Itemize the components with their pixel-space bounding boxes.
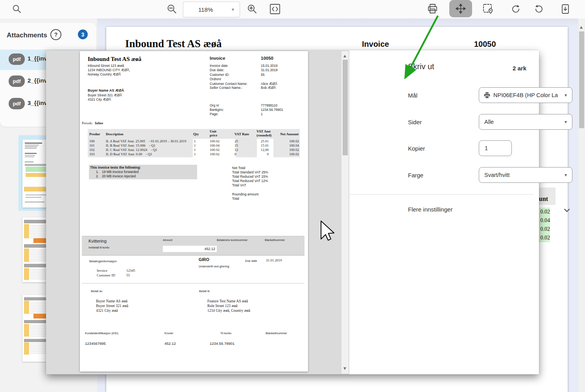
zoom-in-icon[interactable]	[245, 2, 260, 17]
org-label: Bankgiro:	[210, 108, 224, 112]
line-header: Net Amount	[277, 132, 299, 136]
rotate-clockwise-icon[interactable]	[508, 2, 523, 17]
destination-select[interactable]: NPI06EF4B (HP Color La ▾	[479, 87, 572, 103]
document-invoice-number: 10050	[474, 40, 496, 49]
paid-by-line: 4321 City æøå	[96, 308, 118, 313]
pages-select[interactable]: Alle ▾	[479, 114, 572, 130]
attachments-title: Attachments	[7, 31, 47, 39]
net-amount-header-fragment: unt	[539, 188, 555, 205]
destination-value: NPI06EF4B (HP Color La	[493, 92, 558, 98]
pages-label: Sider	[408, 119, 422, 125]
supplier-address: 1234 INBOUND CITY ÆØÅ,	[88, 68, 130, 72]
tests-item-number: 2.	[96, 174, 99, 178]
paid-to-label: Betalt til	[199, 289, 210, 293]
sheet-count: 2 ark	[513, 65, 526, 72]
invoice-line-row: 101IL B Real VAT Amt: 15.006 - Q11100.04…	[80, 144, 308, 148]
buyer-address: Buyer Street 321 ÆØÅ	[88, 93, 122, 98]
printer-icon	[484, 92, 491, 99]
pdf-badge: pdf	[9, 75, 25, 87]
more-settings-toggle[interactable]: Flere innstillinger	[408, 206, 452, 213]
payment-info-label: Betalingsinformasjon	[89, 259, 117, 263]
preview-scrollbar-thumb[interactable]	[343, 60, 348, 155]
dialog-title: Skriv ut	[408, 62, 434, 71]
line-header: Description	[106, 132, 124, 136]
due-date-label: Due date	[245, 259, 257, 263]
divider	[82, 283, 304, 283]
color-select[interactable]: Svart/hvitt ▾	[479, 167, 572, 183]
save-document-icon[interactable]	[558, 2, 573, 17]
print-dialog: Inbound Test AS æøå Inbound Street 123 æ…	[46, 50, 539, 374]
periods-value: Inline	[95, 121, 103, 125]
net-amount-cell: 0.02	[539, 234, 550, 242]
copies-input[interactable]	[479, 140, 512, 156]
giro-customer-value: 55	[126, 273, 130, 277]
search-icon[interactable]	[9, 2, 24, 17]
line-header: Unit price	[210, 129, 223, 137]
main-scrollbar[interactable]: ▲	[578, 18, 585, 392]
zoom-level-value: 118%	[198, 6, 213, 13]
pdf-badge: pdf	[9, 98, 25, 109]
invoice-number: 10050	[261, 56, 273, 61]
amount-label: Amount	[163, 239, 172, 241]
caret-down-icon: ▾	[565, 92, 567, 98]
org-label: Page:	[210, 112, 218, 116]
invoice-line-row: 103IL D Real VAT Amt: 0.00 - Q11100.0200…	[80, 152, 308, 156]
form-number-label: Blankettnummer	[265, 239, 285, 241]
copies-label: Kopier	[408, 145, 425, 152]
zoom-level-select[interactable]: 118% ▾	[183, 2, 240, 17]
org-label: Org nr	[210, 103, 219, 107]
scroll-up-icon[interactable]: ▲	[580, 26, 583, 29]
paid-to-line: Feature Test Name AS æøå	[207, 299, 248, 304]
preview-scrollbar[interactable]: ▲ ▼	[341, 51, 349, 374]
receipt-subtitle: Innbetalt til konto	[89, 246, 109, 249]
chevron-down-icon[interactable]	[564, 207, 570, 214]
kid-label: Kundeidentifikasjon (KID)	[85, 331, 118, 335]
net-amount-cell: 0.02	[539, 208, 550, 216]
meta-value: 55	[261, 73, 264, 77]
caret-down-icon: ▾	[565, 119, 567, 125]
invoice-line-row: 100IL A Real VAT Amt: 25.005 - 01.01.201…	[80, 139, 308, 144]
giro-invoice-value: 12345	[126, 269, 135, 272]
fit-width-icon[interactable]	[268, 2, 282, 17]
giro-invoice-label: Invoice	[97, 269, 107, 272]
paid-to-line: Rule Street 123 æøå	[207, 304, 238, 308]
line-header: Qty	[193, 132, 199, 136]
attachments-count-badge: 3	[78, 29, 88, 39]
paid-to-line: 1234 City æøå, Country æøå	[207, 308, 250, 313]
paid-by-line: Buyer Street 321 æøå	[96, 304, 128, 308]
help-icon[interactable]: ?	[50, 29, 61, 40]
move-tool-button[interactable]	[449, 0, 472, 17]
select-region-icon[interactable]	[481, 2, 496, 17]
signature-label: Underskrift ved girering	[199, 265, 229, 268]
document-title: Inbound Test AS æøå	[125, 38, 221, 50]
periods-label: Periods:	[82, 121, 93, 125]
zoom-out-icon[interactable]	[164, 2, 179, 17]
caret-down-icon: ▾	[232, 7, 234, 12]
paid-by-line: Buyer Name AS æøå	[96, 299, 127, 304]
total-label: Total Reduced VAT 15%	[232, 175, 268, 179]
net-amount-cell: 0.02	[539, 225, 550, 234]
meta-value: Alice ÆØÅ	[261, 82, 277, 86]
form-number-label: Blankettnummer	[266, 331, 287, 335]
attachment-label: 3_{{inv	[28, 99, 47, 106]
move-icon	[456, 4, 466, 14]
tests-item-text: 19 MB invoice forwarded	[102, 170, 139, 174]
document-invoice-label: Invoice	[362, 40, 389, 49]
print-preview-page: Inbound Test AS æøå Inbound Street 123 æ…	[80, 51, 308, 372]
account-label: Til konto	[220, 331, 231, 335]
rotate-counterclockwise-icon[interactable]	[531, 2, 546, 17]
destination-label: Mål	[408, 92, 417, 99]
print-icon[interactable]	[425, 2, 440, 17]
color-label: Farge	[408, 172, 423, 179]
account-value: 1234.56.78901	[210, 341, 234, 346]
kroner-label: Kroner	[164, 331, 173, 335]
total-label: Net Total	[232, 166, 245, 170]
scroll-down-icon[interactable]: ▼	[343, 367, 346, 370]
supplier-name: Inbound Test AS æøå	[88, 56, 141, 63]
scroll-up-icon[interactable]: ▲	[343, 54, 346, 58]
supplier-address: Inbound Street 123 æøå	[88, 64, 124, 68]
main-scrollbar-thumb[interactable]	[579, 31, 584, 128]
top-toolbar: 118% ▾	[0, 0, 585, 18]
total-label: Total Standard VAT 25%	[232, 170, 268, 174]
invoice-line-row: 102IL C Real VAT Amt: 12.0024 - Q11100.0…	[80, 148, 308, 152]
